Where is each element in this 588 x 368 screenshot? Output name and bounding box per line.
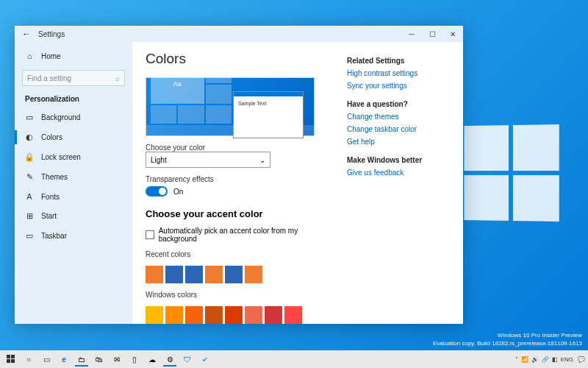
cortana-button[interactable]: ○ [21,352,37,367]
brush-icon: ✎ [25,172,34,182]
windows-logo-wallpaper [464,124,559,222]
back-button[interactable]: ← [22,29,31,39]
choose-color-label: Choose your color [146,144,332,152]
sidebar-item-label: Home [41,52,61,60]
link-change-themes[interactable]: Change themes [347,113,450,121]
svg-rect-3 [11,359,15,363]
related-panel: Related Settings High contrast settings … [347,51,450,324]
svg-rect-1 [11,355,15,358]
tray-volume-icon[interactable]: 🔊 [531,356,539,363]
link-feedback[interactable]: Give us feedback [347,169,450,177]
color-swatch[interactable] [245,266,262,283]
link-get-help[interactable]: Get help [347,138,450,146]
color-swatch[interactable] [205,306,223,324]
settings-icon[interactable]: ⚙ [162,352,178,367]
color-swatch[interactable] [205,266,223,283]
chevron-down-icon: ⌄ [259,156,265,164]
sidebar-item-label: Lock screen [41,153,81,161]
recent-colors-label: Recent colors [146,250,332,258]
start-icon: ⊞ [25,211,34,221]
color-swatch[interactable] [165,266,183,283]
sidebar-item-start[interactable]: ⊞ Start [15,206,132,226]
windows-colors-label: Windows colors [146,291,332,299]
auto-pick-checkbox[interactable] [146,230,154,239]
choose-color-dropdown[interactable]: Light ⌄ [146,152,270,168]
sidebar-item-fonts[interactable]: A Fonts [15,187,132,206]
sidebar-item-colors[interactable]: ◐ Colors [15,127,132,147]
svg-rect-2 [7,359,10,363]
palette-icon: ◐ [25,132,34,142]
taskbar-icon: ▭ [25,231,34,241]
phone-icon[interactable]: ▯ [126,352,143,367]
link-change-taskbar-color[interactable]: Change taskbar color [347,125,450,133]
desktop: Windows 10 Pro Insider Preview Evaluatio… [0,0,588,368]
sidebar-item-lockscreen[interactable]: 🔒 Lock screen [15,147,132,167]
related-settings-heading: Related Settings [347,57,450,65]
color-swatch[interactable] [146,266,163,283]
security-icon[interactable]: 🛡 [179,352,196,367]
sidebar: ⌂ Home Find a setting ⌕ Personalization … [15,42,132,324]
color-swatch[interactable] [225,266,243,283]
tray-network-icon[interactable]: 📶 [521,356,528,363]
color-preview: Aa Sample Text [146,77,315,136]
link-high-contrast[interactable]: High contrast settings [347,69,450,77]
recent-colors [146,266,332,283]
check-icon[interactable]: ✔ [197,352,213,367]
window-title: Settings [38,30,65,38]
accent-color-heading: Choose your accent color [146,208,332,219]
store-icon[interactable]: 🛍 [91,352,107,367]
sidebar-item-label: Background [41,113,80,121]
home-icon: ⌂ [25,52,34,60]
start-button[interactable] [3,352,19,367]
tray-location-icon[interactable]: ◧ [552,356,558,363]
sidebar-item-background[interactable]: ▭ Background [15,107,132,127]
explorer-icon[interactable]: 🗀 [74,352,90,367]
color-swatch[interactable] [265,306,282,324]
picture-icon: ▭ [25,113,34,122]
tray-lang[interactable]: ENG [561,356,573,363]
tray-up-icon[interactable]: ˄ [515,356,518,363]
titlebar: ← Settings ─ ☐ ✕ [15,26,463,42]
cloud-icon[interactable]: ☁ [144,352,160,367]
sidebar-heading: Personalization [15,92,132,107]
edge-icon[interactable]: e [56,352,72,367]
windows-colors [146,306,332,324]
color-swatch[interactable] [185,306,203,324]
auto-pick-label: Automatically pick an accent color from … [159,227,332,243]
sidebar-item-label: Taskbar [41,232,67,240]
sidebar-item-label: Start [41,212,57,220]
maximize-button[interactable]: ☐ [422,26,442,42]
minimize-button[interactable]: ─ [401,26,422,42]
sidebar-item-themes[interactable]: ✎ Themes [15,167,132,187]
tray-link-icon[interactable]: 🔗 [542,356,549,363]
close-button[interactable]: ✕ [442,26,463,42]
font-icon: A [25,192,34,201]
transparency-toggle[interactable] [146,186,168,197]
color-swatch[interactable] [245,306,262,324]
link-sync-settings[interactable]: Sync your settings [347,82,450,90]
sidebar-item-label: Themes [41,173,68,181]
mail-icon[interactable]: ✉ [109,352,125,367]
color-swatch[interactable] [165,306,183,324]
preview-tile-aa: Aa [151,65,204,104]
transparency-label: Transparency effects [146,175,332,183]
make-better-heading: Make Windows better [347,156,450,164]
svg-rect-0 [7,355,10,358]
color-swatch[interactable] [284,306,302,324]
search-icon: ⌕ [115,74,120,82]
sidebar-item-label: Fonts [41,193,60,201]
sidebar-item-label: Colors [41,133,62,141]
have-question-heading: Have a question? [347,100,450,108]
sidebar-item-home[interactable]: ⌂ Home [15,46,132,66]
transparency-value: On [173,188,183,196]
search-input[interactable]: Find a setting ⌕ [22,70,125,86]
color-swatch[interactable] [146,306,163,324]
insider-watermark: Windows 10 Pro Insider Preview Evaluatio… [433,332,582,347]
color-swatch[interactable] [185,266,203,283]
taskbar: ○ ▭ e 🗀 🛍 ✉ ▯ ☁ ⚙ 🛡 ✔ ˄ 📶 🔊 🔗 ◧ ENG 💬 [0,350,588,368]
sidebar-item-taskbar[interactable]: ▭ Taskbar [15,226,132,246]
color-swatch[interactable] [225,306,243,324]
lock-icon: 🔒 [25,152,34,162]
task-view-button[interactable]: ▭ [38,352,54,367]
action-center-button[interactable]: 💬 [578,356,585,363]
